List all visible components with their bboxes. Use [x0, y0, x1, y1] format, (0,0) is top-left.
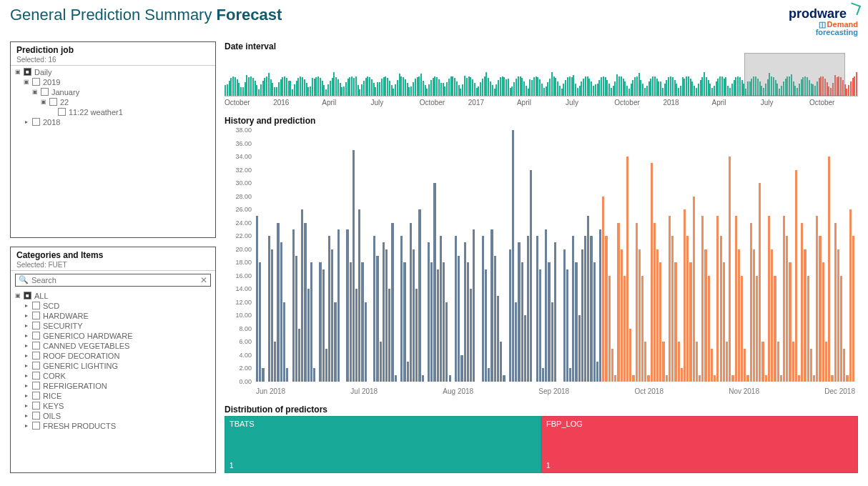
expand-icon[interactable]: ▸ — [24, 362, 29, 369]
tree-item-label: GENERIC LIGHTING — [43, 362, 118, 370]
checkbox-icon[interactable] — [49, 98, 57, 106]
brand-sub2: forecasting — [789, 29, 858, 37]
checkbox-icon[interactable] — [32, 342, 40, 349]
expand-icon[interactable]: ▸ — [24, 412, 29, 419]
checkbox-icon[interactable] — [32, 312, 40, 319]
checkbox-icon[interactable] — [32, 382, 40, 390]
categories-tree[interactable]: ▣■ALL▸SCD▸HARDWARE▸SECURITY▸GENERICO HAR… — [11, 289, 215, 472]
axis-label: Aug 2018 — [443, 387, 473, 397]
axis-label: 36.00 — [235, 140, 252, 147]
categories-search[interactable]: 🔍 ✕ — [15, 274, 211, 287]
tree-item-label: HARDWARE — [43, 312, 89, 320]
checkbox-icon[interactable] — [41, 88, 49, 96]
tree-item[interactable]: ▣22 — [41, 97, 211, 107]
checkbox-icon[interactable] — [32, 302, 40, 309]
axis-label: 6.00 — [239, 338, 252, 345]
expand-icon[interactable]: ▸ — [24, 352, 29, 359]
tree-item-label: REFRIGERATION — [43, 382, 107, 390]
tree-item[interactable]: ▣January — [32, 87, 211, 97]
expand-icon[interactable]: ▸ — [24, 312, 29, 319]
expand-icon[interactable]: ▸ — [24, 372, 29, 379]
checkbox-icon[interactable] — [32, 402, 40, 410]
tree-item[interactable]: ▸2018 — [24, 117, 211, 127]
checkbox-icon[interactable] — [32, 412, 40, 420]
expand-icon[interactable]: ▣ — [32, 89, 38, 95]
tree-item[interactable]: ▸SECURITY — [24, 321, 211, 331]
checkbox-icon[interactable]: ■ — [24, 292, 31, 299]
expand-icon[interactable]: ▸ — [24, 422, 29, 429]
expand-icon[interactable]: ▣ — [15, 69, 21, 75]
checkbox-icon[interactable] — [32, 78, 40, 86]
dist-block-tbats[interactable]: TBATS 1 — [225, 416, 541, 473]
axis-label: 0.00 — [239, 378, 252, 385]
history-chart[interactable]: 0.002.004.006.008.0010.0012.0014.0016.00… — [225, 127, 858, 397]
checkbox-icon[interactable] — [32, 118, 40, 126]
checkbox-icon[interactable] — [32, 422, 40, 430]
tree-item[interactable]: ▸CANNED VEGETABLES — [24, 341, 211, 351]
axis-label: 18.00 — [235, 259, 252, 266]
tree-item-label: 2018 — [43, 118, 60, 127]
tree-item[interactable]: ▸ROOF DECORATION — [24, 351, 211, 361]
axis-label: 30.00 — [235, 179, 252, 187]
range-selector[interactable] — [744, 53, 846, 96]
checkbox-icon[interactable] — [32, 362, 40, 370]
axis-label: 2016 — [273, 99, 322, 106]
distribution-chart[interactable]: TBATS 1 FBP_LOG 1 — [225, 416, 858, 473]
expand-icon[interactable]: ▸ — [24, 342, 29, 349]
expand-icon[interactable]: ▣ — [15, 292, 21, 299]
brand-sub1: Demand — [827, 20, 858, 29]
axis-label: 26.00 — [235, 206, 252, 213]
tree-item[interactable]: ▸GENERICO HARDWARE — [24, 331, 211, 341]
tree-item-label: ALL — [34, 292, 49, 300]
checkbox-icon[interactable] — [32, 332, 40, 339]
tree-item[interactable]: ▣■ALL — [15, 291, 211, 301]
tree-item[interactable]: ▸REFRIGERATION — [24, 381, 211, 391]
axis-label: Jun 2018 — [256, 387, 285, 397]
checkbox-icon[interactable] — [32, 392, 40, 400]
prediction-tree[interactable]: ▣■Daily▣2019▣January▣2211:22 weather1▸20… — [11, 66, 215, 237]
tree-item[interactable]: ▸OILS — [24, 411, 211, 421]
dist-count: 1 — [546, 462, 551, 470]
expand-icon[interactable]: ▸ — [24, 322, 29, 329]
axis-label: 28.00 — [235, 193, 252, 200]
date-interval-chart[interactable]: October2016AprilJulyOctober2017AprilJuly… — [225, 53, 858, 109]
axis-label: 14.00 — [235, 285, 252, 292]
axis-label: Nov 2018 — [729, 387, 759, 397]
categories-panel: Categories and Items Selected: FUET 🔍 ✕ … — [10, 247, 216, 473]
expand-icon[interactable]: ▸ — [24, 392, 29, 399]
checkbox-icon[interactable] — [32, 322, 40, 329]
tree-item[interactable]: 11:22 weather1 — [49, 107, 211, 117]
expand-icon[interactable]: ▣ — [24, 79, 29, 85]
tree-item[interactable]: ▸HARDWARE — [24, 311, 211, 321]
categories-search-input[interactable] — [31, 276, 200, 284]
tree-item-label: CANNED VEGETABLES — [43, 342, 129, 350]
checkbox-icon[interactable] — [32, 352, 40, 359]
tree-item[interactable]: ▣2019 — [24, 77, 211, 87]
expand-icon[interactable]: ▸ — [24, 332, 29, 339]
tree-item[interactable]: ▸SCD — [24, 301, 211, 311]
axis-label: 12.00 — [235, 299, 252, 306]
expand-icon[interactable]: ▸ — [24, 119, 29, 125]
checkbox-icon[interactable] — [58, 108, 66, 116]
dist-block-fbplog[interactable]: FBP_LOG 1 — [541, 416, 858, 473]
tree-item[interactable]: ▸KEYS — [24, 401, 211, 411]
tree-item[interactable]: ▸FRESH PRODUCTS — [24, 421, 211, 431]
tree-item[interactable]: ▸CORK — [24, 371, 211, 381]
date-interval-title: Date interval — [225, 41, 858, 51]
dist-label: TBATS — [230, 420, 255, 428]
axis-label: October — [809, 99, 858, 106]
expand-icon[interactable]: ▣ — [41, 99, 46, 105]
checkbox-icon[interactable]: ■ — [24, 68, 31, 76]
tree-item-label: CORK — [43, 372, 66, 380]
prediction-panel-selected: Selected: 16 — [16, 56, 209, 64]
tree-item[interactable]: ▣■Daily — [15, 67, 211, 77]
expand-icon[interactable]: ▸ — [24, 382, 29, 389]
checkbox-icon[interactable] — [32, 372, 40, 380]
axis-label: 4.00 — [239, 352, 252, 359]
expand-icon[interactable]: ▸ — [24, 402, 29, 409]
search-icon: 🔍 — [19, 275, 29, 284]
tree-item[interactable]: ▸GENERIC LIGHTING — [24, 361, 211, 371]
clear-icon[interactable]: ✕ — [200, 275, 207, 285]
tree-item[interactable]: ▸RICE — [24, 391, 211, 401]
expand-icon[interactable]: ▸ — [24, 302, 29, 309]
